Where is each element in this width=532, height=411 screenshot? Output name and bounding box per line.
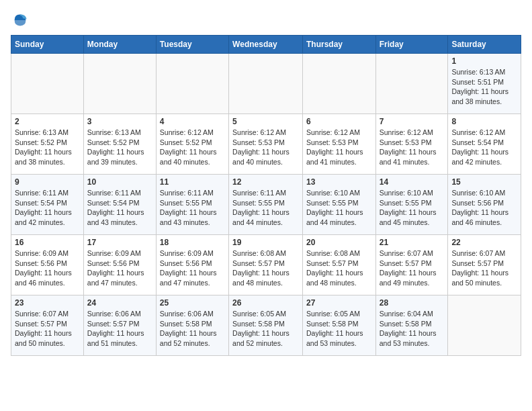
calendar-cell: 9Sunrise: 6:11 AM Sunset: 5:54 PM Daylig… bbox=[11, 175, 84, 235]
calendar-header-row: SundayMondayTuesdayWednesdayThursdayFrid… bbox=[11, 36, 521, 54]
calendar-cell: 16Sunrise: 6:09 AM Sunset: 5:56 PM Dayli… bbox=[11, 235, 84, 295]
day-info: Sunrise: 6:12 AM Sunset: 5:53 PM Dayligh… bbox=[306, 128, 372, 167]
calendar-cell: 6Sunrise: 6:12 AM Sunset: 5:53 PM Daylig… bbox=[302, 114, 375, 175]
calendar-cell: 28Sunrise: 6:04 AM Sunset: 5:58 PM Dayli… bbox=[375, 295, 448, 356]
calendar-cell bbox=[448, 295, 521, 356]
day-info: Sunrise: 6:11 AM Sunset: 5:55 PM Dayligh… bbox=[160, 188, 225, 228]
day-number: 25 bbox=[160, 298, 225, 308]
day-number: 20 bbox=[306, 238, 372, 247]
calendar-cell: 25Sunrise: 6:06 AM Sunset: 5:58 PM Dayli… bbox=[156, 295, 228, 356]
day-info: Sunrise: 6:10 AM Sunset: 5:55 PM Dayligh… bbox=[380, 188, 445, 228]
day-info: Sunrise: 6:05 AM Sunset: 5:58 PM Dayligh… bbox=[306, 309, 372, 349]
day-number: 13 bbox=[306, 177, 372, 187]
day-info: Sunrise: 6:09 AM Sunset: 5:56 PM Dayligh… bbox=[160, 248, 225, 288]
day-number: 28 bbox=[380, 298, 445, 308]
calendar-cell: 3Sunrise: 6:13 AM Sunset: 5:52 PM Daylig… bbox=[83, 114, 156, 175]
calendar-cell bbox=[83, 54, 156, 114]
day-info: Sunrise: 6:08 AM Sunset: 5:57 PM Dayligh… bbox=[232, 248, 299, 288]
day-number: 12 bbox=[232, 177, 299, 187]
day-number: 16 bbox=[15, 238, 80, 247]
calendar-cell: 18Sunrise: 6:09 AM Sunset: 5:56 PM Dayli… bbox=[156, 235, 228, 295]
logo-icon bbox=[11, 11, 30, 30]
day-number: 23 bbox=[15, 298, 80, 308]
col-header-thursday: Thursday bbox=[302, 36, 375, 54]
day-number: 8 bbox=[451, 117, 517, 126]
calendar-cell: 19Sunrise: 6:08 AM Sunset: 5:57 PM Dayli… bbox=[229, 235, 303, 295]
calendar-cell: 17Sunrise: 6:09 AM Sunset: 5:56 PM Dayli… bbox=[83, 235, 156, 295]
day-info: Sunrise: 6:06 AM Sunset: 5:57 PM Dayligh… bbox=[87, 309, 152, 349]
calendar-cell: 22Sunrise: 6:07 AM Sunset: 5:57 PM Dayli… bbox=[448, 235, 521, 295]
calendar-cell: 21Sunrise: 6:07 AM Sunset: 5:57 PM Dayli… bbox=[375, 235, 448, 295]
day-number: 21 bbox=[380, 238, 445, 247]
day-number: 14 bbox=[380, 177, 445, 187]
day-info: Sunrise: 6:12 AM Sunset: 5:53 PM Dayligh… bbox=[380, 128, 445, 167]
calendar-cell: 15Sunrise: 6:10 AM Sunset: 5:56 PM Dayli… bbox=[448, 175, 521, 235]
col-header-wednesday: Wednesday bbox=[229, 36, 303, 54]
day-number: 15 bbox=[451, 177, 517, 187]
day-number: 26 bbox=[232, 298, 299, 308]
calendar-cell: 14Sunrise: 6:10 AM Sunset: 5:55 PM Dayli… bbox=[375, 175, 448, 235]
col-header-sunday: Sunday bbox=[11, 36, 84, 54]
day-number: 3 bbox=[87, 117, 152, 126]
calendar-cell: 13Sunrise: 6:10 AM Sunset: 5:55 PM Dayli… bbox=[302, 175, 375, 235]
day-info: Sunrise: 6:07 AM Sunset: 5:57 PM Dayligh… bbox=[380, 248, 445, 288]
calendar-week-5: 23Sunrise: 6:07 AM Sunset: 5:57 PM Dayli… bbox=[11, 295, 521, 356]
calendar-week-4: 16Sunrise: 6:09 AM Sunset: 5:56 PM Dayli… bbox=[11, 235, 521, 295]
day-info: Sunrise: 6:10 AM Sunset: 5:55 PM Dayligh… bbox=[306, 188, 372, 228]
calendar-cell bbox=[156, 54, 228, 114]
day-number: 9 bbox=[15, 177, 80, 187]
calendar-table: SundayMondayTuesdayWednesdayThursdayFrid… bbox=[11, 35, 521, 356]
day-number: 4 bbox=[160, 117, 225, 126]
calendar-cell: 8Sunrise: 6:12 AM Sunset: 5:54 PM Daylig… bbox=[448, 114, 521, 175]
calendar-cell: 26Sunrise: 6:05 AM Sunset: 5:58 PM Dayli… bbox=[229, 295, 303, 356]
day-info: Sunrise: 6:12 AM Sunset: 5:54 PM Dayligh… bbox=[451, 128, 517, 167]
calendar-cell: 7Sunrise: 6:12 AM Sunset: 5:53 PM Daylig… bbox=[375, 114, 448, 175]
day-number: 24 bbox=[87, 298, 152, 308]
day-number: 10 bbox=[87, 177, 152, 187]
calendar-cell: 27Sunrise: 6:05 AM Sunset: 5:58 PM Dayli… bbox=[302, 295, 375, 356]
day-number: 17 bbox=[87, 238, 152, 247]
day-info: Sunrise: 6:07 AM Sunset: 5:57 PM Dayligh… bbox=[451, 248, 517, 288]
day-info: Sunrise: 6:12 AM Sunset: 5:52 PM Dayligh… bbox=[160, 128, 225, 167]
day-info: Sunrise: 6:13 AM Sunset: 5:52 PM Dayligh… bbox=[15, 128, 80, 167]
day-number: 6 bbox=[306, 117, 372, 126]
calendar-cell: 2Sunrise: 6:13 AM Sunset: 5:52 PM Daylig… bbox=[11, 114, 84, 175]
calendar-cell: 12Sunrise: 6:11 AM Sunset: 5:55 PM Dayli… bbox=[229, 175, 303, 235]
day-info: Sunrise: 6:11 AM Sunset: 5:55 PM Dayligh… bbox=[232, 188, 299, 228]
col-header-friday: Friday bbox=[375, 36, 448, 54]
day-info: Sunrise: 6:05 AM Sunset: 5:58 PM Dayligh… bbox=[232, 309, 299, 349]
day-number: 1 bbox=[451, 56, 517, 66]
calendar-cell: 24Sunrise: 6:06 AM Sunset: 5:57 PM Dayli… bbox=[83, 295, 156, 356]
col-header-saturday: Saturday bbox=[448, 36, 521, 54]
day-info: Sunrise: 6:09 AM Sunset: 5:56 PM Dayligh… bbox=[87, 248, 152, 288]
day-info: Sunrise: 6:11 AM Sunset: 5:54 PM Dayligh… bbox=[87, 188, 152, 228]
day-number: 5 bbox=[232, 117, 299, 126]
calendar-week-1: 1Sunrise: 6:13 AM Sunset: 5:51 PM Daylig… bbox=[11, 54, 521, 114]
calendar-week-2: 2Sunrise: 6:13 AM Sunset: 5:52 PM Daylig… bbox=[11, 114, 521, 175]
calendar-cell: 5Sunrise: 6:12 AM Sunset: 5:53 PM Daylig… bbox=[229, 114, 303, 175]
day-info: Sunrise: 6:08 AM Sunset: 5:57 PM Dayligh… bbox=[306, 248, 372, 288]
day-info: Sunrise: 6:04 AM Sunset: 5:58 PM Dayligh… bbox=[380, 309, 445, 349]
day-number: 7 bbox=[380, 117, 445, 126]
day-info: Sunrise: 6:13 AM Sunset: 5:51 PM Dayligh… bbox=[451, 67, 517, 107]
day-number: 22 bbox=[451, 238, 517, 247]
day-info: Sunrise: 6:09 AM Sunset: 5:56 PM Dayligh… bbox=[15, 248, 80, 288]
logo bbox=[11, 11, 32, 30]
day-info: Sunrise: 6:13 AM Sunset: 5:52 PM Dayligh… bbox=[87, 128, 152, 167]
day-number: 19 bbox=[232, 238, 299, 247]
calendar-cell: 4Sunrise: 6:12 AM Sunset: 5:52 PM Daylig… bbox=[156, 114, 228, 175]
calendar-cell bbox=[11, 54, 84, 114]
col-header-monday: Monday bbox=[83, 36, 156, 54]
day-info: Sunrise: 6:12 AM Sunset: 5:53 PM Dayligh… bbox=[232, 128, 299, 167]
day-number: 18 bbox=[160, 238, 225, 247]
calendar-cell: 10Sunrise: 6:11 AM Sunset: 5:54 PM Dayli… bbox=[83, 175, 156, 235]
calendar-cell: 1Sunrise: 6:13 AM Sunset: 5:51 PM Daylig… bbox=[448, 54, 521, 114]
day-number: 2 bbox=[15, 117, 80, 126]
day-number: 27 bbox=[306, 298, 372, 308]
page-header bbox=[11, 11, 521, 30]
calendar-week-3: 9Sunrise: 6:11 AM Sunset: 5:54 PM Daylig… bbox=[11, 175, 521, 235]
calendar-cell: 11Sunrise: 6:11 AM Sunset: 5:55 PM Dayli… bbox=[156, 175, 228, 235]
day-info: Sunrise: 6:06 AM Sunset: 5:58 PM Dayligh… bbox=[160, 309, 225, 349]
calendar-cell: 20Sunrise: 6:08 AM Sunset: 5:57 PM Dayli… bbox=[302, 235, 375, 295]
calendar-cell bbox=[302, 54, 375, 114]
